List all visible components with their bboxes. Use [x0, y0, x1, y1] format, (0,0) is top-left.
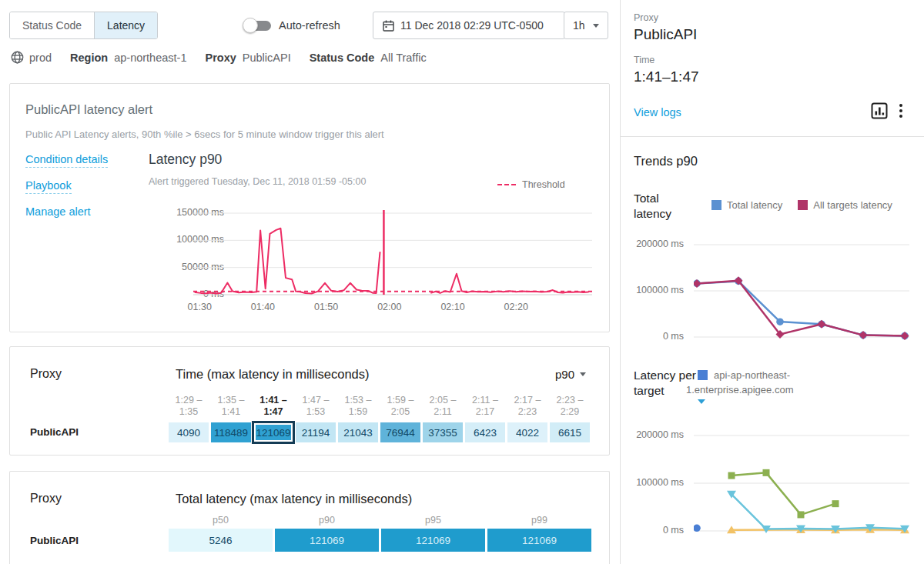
total-table-title: Total latency (max latency in millisecon…: [176, 492, 412, 506]
legend-swatch: [798, 200, 808, 210]
latency-cell[interactable]: 5246: [169, 529, 273, 552]
tab-latency[interactable]: Latency: [94, 12, 157, 38]
time-bucket-header: 1:53 –1:59: [338, 395, 378, 418]
latency-cell[interactable]: 121069: [275, 529, 379, 552]
trends-latency-per-target-chart: [694, 431, 913, 539]
axis-tick-label: 0 ms: [663, 525, 684, 536]
latency-cell[interactable]: 6423: [465, 422, 505, 442]
auto-refresh-toggle[interactable]: [243, 18, 273, 33]
threshold-label: Threshold: [522, 179, 565, 190]
chevron-down-icon: [593, 24, 599, 28]
toggle-knob: [243, 18, 258, 33]
latency-cell[interactable]: 118489: [211, 422, 251, 442]
axis-tick-label: 01:40: [251, 302, 275, 312]
calendar-icon: [383, 20, 394, 32]
topbar: Status Code Latency Auto-refresh 11 Dec …: [9, 12, 611, 39]
globe-icon: [11, 51, 24, 64]
axis-tick-label: 01:30: [188, 302, 212, 312]
time-table-title: Time (max latency in milliseconds): [176, 367, 370, 382]
tab-status-code[interactable]: Status Code: [10, 12, 94, 38]
legend-swatch: [698, 370, 708, 380]
filter-proxy-label: Proxy: [205, 52, 236, 64]
latency-cell[interactable]: 76944: [380, 422, 420, 442]
latency-cell[interactable]: 37355: [423, 422, 463, 442]
latency-cell[interactable]: 121069: [252, 421, 295, 444]
filter-region-label: Region: [70, 52, 108, 64]
filter-status-code-value: All Traffic: [380, 52, 426, 64]
percentile-headers: p50 p90 p95 p99: [169, 515, 594, 526]
axis-tick-label: 02:00: [377, 302, 401, 312]
time-bucket-header: 1:59 –2:05: [380, 395, 420, 418]
playbook-link[interactable]: Playbook: [25, 179, 72, 194]
kebab-menu-icon[interactable]: [899, 103, 903, 121]
breadcrumb: prod Region ap-northeast-1 Proxy PublicA…: [11, 51, 427, 64]
time-bucket-header: 1:41 –1:47: [253, 395, 293, 418]
bar-chart-icon[interactable]: [871, 102, 888, 122]
auto-refresh-label: Auto-refresh: [279, 12, 340, 39]
latency-dashboard: Status Code Latency Auto-refresh 11 Dec …: [0, 0, 924, 564]
percentile-value: p90: [555, 368, 574, 381]
main-panel: Status Code Latency Auto-refresh 11 Dec …: [0, 0, 620, 564]
detail-sidebar: Proxy PublicAPI Time 1:41–1:47 View logs…: [620, 0, 924, 564]
latency-chart-x-axis: 01:3001:4001:5002:0002:1002:20: [193, 302, 592, 314]
axis-tick-label: 01:50: [314, 302, 338, 312]
percentile-header: p90: [275, 515, 379, 526]
time-bucket-headers: 1:29 –1:35 1:35 –1:41 1:41 –1:47 1:47 –1…: [169, 395, 592, 418]
proxy-column-header: Proxy: [30, 492, 62, 506]
proxy-value: PublicAPI: [634, 26, 697, 43]
alert-card: PublicAPI latency alert Public API Laten…: [9, 83, 610, 332]
percentile-dropdown[interactable]: p90: [555, 368, 586, 381]
latency-cell[interactable]: 21194: [296, 422, 336, 442]
trends-total-latency-chart: [694, 240, 913, 348]
time-bucket-header: 1:47 –1:53: [296, 395, 336, 418]
latency-cell[interactable]: 4022: [507, 422, 547, 442]
latency-heatmap-row: 4090 118489 121069 21194 21043 76944 373…: [169, 421, 592, 444]
datetime-value: 11 Dec 2018 02:29 UTC-0500: [400, 19, 544, 32]
total-latency-row: 5246 121069 121069 121069: [169, 529, 594, 552]
axis-tick-label: 02:10: [440, 302, 464, 312]
latency-cell[interactable]: 4090: [169, 422, 209, 442]
filter-region-value: ap-northeast-1: [114, 52, 186, 64]
filter-proxy-value: PublicAPI: [243, 52, 291, 64]
latency-cell[interactable]: 6615: [550, 422, 590, 442]
filter-status-code-label: Status Code: [310, 52, 375, 64]
legend-item-all-targets-latency: All targets latency: [798, 199, 892, 211]
time-range-value: 1h: [573, 19, 585, 32]
threshold-legend: Threshold: [497, 179, 565, 190]
time-range-dropdown[interactable]: 1h: [564, 12, 608, 39]
chevron-down-icon: [580, 372, 586, 376]
percentile-header: p95: [381, 515, 485, 526]
legend-item-total-latency: Total latency: [711, 199, 782, 211]
time-value: 1:41–1:47: [634, 68, 699, 85]
axis-tick-label: 100000 ms: [636, 477, 684, 488]
view-logs-link[interactable]: View logs: [634, 106, 681, 118]
time-bucket-header: 1:29 –1:35: [169, 395, 209, 418]
percentile-header: p99: [487, 515, 591, 526]
threshold-dash-icon: [497, 184, 516, 185]
axis-tick-label: 200000 ms: [636, 239, 684, 249]
time-bucket-header: 2:11 –2:17: [465, 395, 505, 418]
trends-legend: Total latency All targets latency: [711, 199, 892, 211]
proxy-label: Proxy: [634, 12, 658, 23]
latency-cell[interactable]: 21043: [338, 422, 378, 442]
total-latency-table-card: Proxy Total latency (max latency in mill…: [9, 471, 610, 564]
percentile-header: p50: [169, 515, 273, 526]
latency-cell[interactable]: 121069: [487, 529, 591, 552]
trends-title: Trends p90: [634, 154, 698, 169]
time-bucket-header: 2:23 –2:29: [550, 395, 590, 418]
time-bucket-header: 2:17 –2:23: [507, 395, 547, 418]
axis-tick-label: 0 ms: [663, 331, 684, 342]
latency-cell[interactable]: 121069: [381, 529, 485, 552]
manage-alert-link[interactable]: Manage alert: [25, 205, 91, 218]
proxy-row-label: PublicAPI: [30, 426, 79, 438]
legend-swatch: [711, 200, 721, 210]
total-latency-section-label: Total latency: [634, 191, 698, 222]
datetime-picker-button[interactable]: 11 Dec 2018 02:29 UTC-0500: [373, 12, 565, 39]
condition-details-link[interactable]: Condition details: [25, 153, 108, 168]
proxy-column-header: Proxy: [30, 367, 62, 381]
environment-name: prod: [29, 52, 52, 64]
time-bucket-header: 1:35 –1:41: [211, 395, 251, 418]
proxy-row-label: PublicAPI: [30, 535, 79, 546]
time-label: Time: [634, 55, 654, 65]
target-legend-expand-icon[interactable]: [698, 399, 705, 404]
